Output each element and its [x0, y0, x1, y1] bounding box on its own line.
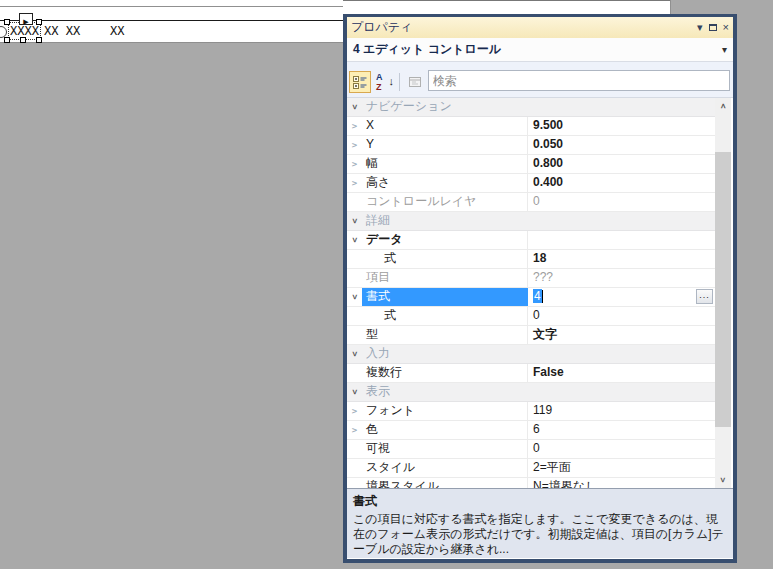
- row-gutter: [347, 459, 362, 477]
- collapse-icon[interactable]: >: [347, 288, 362, 306]
- property-row[interactable]: 式18: [347, 250, 715, 269]
- window-menu-icon[interactable]: ▾: [697, 22, 703, 33]
- categorized-button[interactable]: [349, 71, 371, 93]
- property-value-cell[interactable]: 0.050: [528, 136, 715, 154]
- property-value-cell[interactable]: 4...: [528, 288, 715, 306]
- property-name: 書式: [362, 288, 528, 306]
- property-value-cell[interactable]: False: [528, 364, 715, 382]
- property-row[interactable]: スタイル2=平面: [347, 459, 715, 478]
- property-value-cell[interactable]: [528, 231, 715, 249]
- form-control-text[interactable]: XX: [110, 24, 124, 38]
- property-row[interactable]: >幅0.800: [347, 155, 715, 174]
- property-row[interactable]: 項目???: [347, 269, 715, 288]
- value-text: 文字: [533, 327, 557, 341]
- property-row[interactable]: コントロールレイヤ0: [347, 193, 715, 212]
- divider-line: [343, 0, 671, 1]
- value-text: False: [533, 365, 564, 379]
- category-row[interactable]: >入力: [347, 345, 715, 364]
- property-row[interactable]: 複数行False: [347, 364, 715, 383]
- chevron-down-icon[interactable]: ▾: [722, 44, 727, 55]
- category-row[interactable]: >詳細: [347, 212, 715, 231]
- value-text: N=境界なし: [533, 479, 597, 488]
- property-row[interactable]: >データ: [347, 231, 715, 250]
- expand-icon[interactable]: >: [347, 421, 362, 439]
- property-value-cell[interactable]: 6: [528, 421, 715, 439]
- expand-icon[interactable]: >: [347, 117, 362, 135]
- property-name: 色: [362, 421, 528, 439]
- selection-handle[interactable]: [36, 19, 42, 25]
- selection-handle[interactable]: [20, 37, 26, 43]
- property-value-cell[interactable]: 0.400: [528, 174, 715, 192]
- property-row[interactable]: >書式4...: [347, 288, 715, 307]
- property-name: データ: [362, 231, 528, 249]
- expand-icon[interactable]: >: [347, 402, 362, 420]
- property-row[interactable]: 可視0: [347, 440, 715, 459]
- property-name: ナビゲーション: [362, 98, 452, 116]
- expand-icon[interactable]: >: [347, 174, 362, 192]
- scroll-up-icon[interactable]: >: [715, 98, 731, 114]
- property-row[interactable]: >高さ0.400: [347, 174, 715, 193]
- property-value-cell[interactable]: 0: [528, 193, 715, 211]
- property-name: 複数行: [362, 364, 528, 382]
- smart-tag-button[interactable]: ▶: [19, 13, 33, 25]
- object-selector[interactable]: 4 エディット コントロール ▾: [347, 38, 733, 62]
- selection-handle[interactable]: [4, 37, 10, 43]
- property-value-cell[interactable]: 119: [528, 402, 715, 420]
- form-control-text[interactable]: XX XX: [44, 24, 80, 38]
- property-value-cell[interactable]: 0: [528, 440, 715, 458]
- property-value-cell[interactable]: 0.800: [528, 155, 715, 173]
- collapse-icon[interactable]: >: [347, 345, 362, 363]
- property-name: 詳細: [362, 212, 390, 230]
- alphabetical-sort-button[interactable]: A Z ↓: [373, 71, 395, 93]
- property-row[interactable]: 式0: [347, 307, 715, 326]
- selection-handle[interactable]: [36, 37, 42, 43]
- property-name: 型: [362, 326, 528, 344]
- browse-button[interactable]: ...: [696, 289, 713, 304]
- property-value-cell[interactable]: 9.500: [528, 117, 715, 135]
- category-row[interactable]: >表示: [347, 383, 715, 402]
- property-row[interactable]: >フォント119: [347, 402, 715, 421]
- maximize-icon[interactable]: [709, 22, 717, 33]
- row-gutter: [347, 478, 362, 488]
- toolbar: A Z ↓: [347, 62, 733, 98]
- collapse-icon[interactable]: >: [347, 212, 362, 230]
- property-value-cell[interactable]: 0: [528, 307, 715, 325]
- property-name: 表示: [362, 383, 390, 401]
- scroll-down-icon[interactable]: >: [715, 472, 731, 488]
- property-value-cell[interactable]: 2=平面: [528, 459, 715, 477]
- expand-icon[interactable]: >: [347, 155, 362, 173]
- property-name: フォント: [362, 402, 528, 420]
- vertical-scrollbar[interactable]: > >: [715, 98, 731, 488]
- collapse-icon[interactable]: >: [347, 231, 362, 249]
- close-icon[interactable]: ×: [723, 22, 729, 33]
- selection-handle[interactable]: [4, 19, 10, 25]
- property-row[interactable]: 境界スタイルN=境界なし: [347, 478, 715, 488]
- row-gutter: [347, 440, 362, 458]
- value-text: 2=平面: [533, 460, 571, 474]
- scrollbar-thumb[interactable]: [715, 152, 731, 427]
- category-row[interactable]: >ナビゲーション: [347, 98, 715, 117]
- value-editor[interactable]: 4: [533, 288, 543, 305]
- property-value-cell[interactable]: 文字: [528, 326, 715, 344]
- property-row[interactable]: >X9.500: [347, 117, 715, 136]
- property-value-cell[interactable]: 18: [528, 250, 715, 268]
- titlebar-buttons: ▾ ×: [697, 22, 729, 33]
- desktop-background: XXXX XX XX XX ▶ プロパティ ▾ × 4 エディット コントロール…: [0, 0, 773, 569]
- property-row[interactable]: 型文字: [347, 326, 715, 345]
- property-row[interactable]: >色6: [347, 421, 715, 440]
- collapse-icon[interactable]: >: [347, 383, 362, 401]
- property-row[interactable]: >Y0.050: [347, 136, 715, 155]
- toolbar-separator: [399, 73, 400, 91]
- expand-icon[interactable]: >: [347, 136, 362, 154]
- search-input[interactable]: [428, 70, 730, 91]
- selected-control-text[interactable]: XXXX: [10, 24, 39, 38]
- divider-line: [0, 6, 343, 7]
- description-title: 書式: [353, 493, 727, 510]
- categorized-icon: [352, 74, 368, 90]
- property-pages-icon: [407, 74, 423, 90]
- titlebar[interactable]: プロパティ ▾ ×: [347, 17, 733, 38]
- property-value-cell[interactable]: N=境界なし: [528, 478, 715, 488]
- property-value-cell[interactable]: ???: [528, 269, 715, 287]
- row-gutter: [347, 193, 362, 211]
- collapse-icon[interactable]: >: [347, 98, 362, 116]
